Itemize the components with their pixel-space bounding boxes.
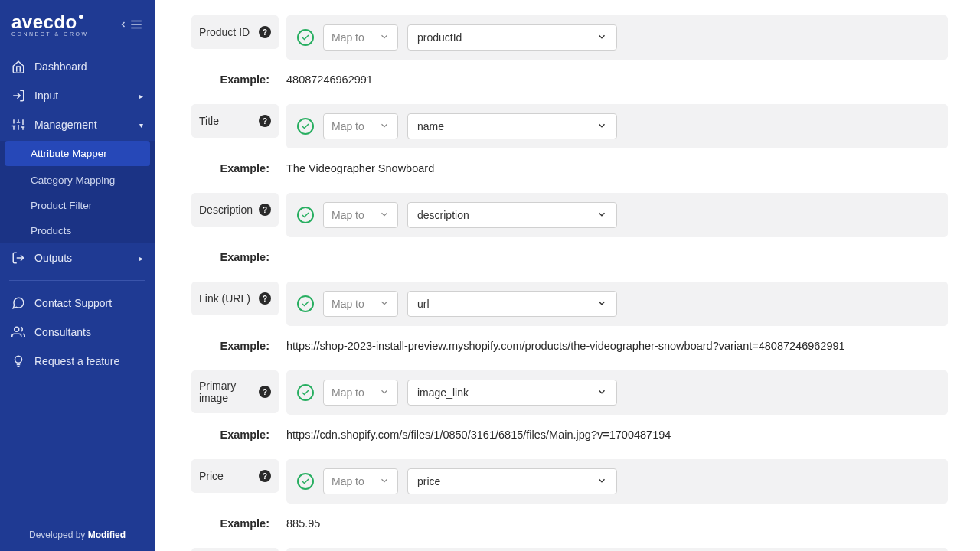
nav-label: Contact Support [34, 297, 112, 309]
nav-dashboard[interactable]: Dashboard [0, 52, 155, 81]
chevron-down-icon [596, 31, 607, 44]
help-icon[interactable]: ? [259, 386, 271, 398]
svg-point-0 [15, 356, 22, 363]
output-icon [11, 251, 25, 265]
map-to-select[interactable]: Map to [323, 468, 398, 494]
nav-input[interactable]: Input ▸ [0, 81, 155, 110]
field-label-box: Price ? [191, 459, 279, 493]
nav-management[interactable]: Management ▾ [0, 110, 155, 139]
attribute-select[interactable]: description [407, 202, 617, 228]
status-ok-icon [297, 384, 314, 401]
field-controls: Map to price [286, 459, 948, 504]
example-value: The Videographer Snowboard [286, 162, 948, 174]
logo-dot-icon [79, 15, 83, 19]
chevron-down-icon [379, 209, 390, 222]
chevron-down-icon [596, 209, 607, 222]
footer: Developed by Modified [0, 519, 155, 551]
attribute-select[interactable]: productId [407, 24, 617, 51]
nav-label: Request a feature [34, 355, 119, 367]
help-icon[interactable]: ? [259, 115, 271, 127]
map-to-select[interactable]: Map to [323, 380, 398, 406]
field-controls: Map to productId [286, 15, 948, 60]
example-value: https://cdn.shopify.com/s/files/1/0850/3… [286, 429, 948, 441]
field-row-gtin: GTIN ? Map to Select an attribute [191, 548, 948, 551]
field-label-box: Primary image ? [191, 370, 279, 413]
field-row-product-id: Product ID ? Map to productId [191, 15, 948, 60]
example-row: Example: https://shop-2023-install-previ… [191, 331, 948, 370]
sidebar: avecdo CONNECT & GROW Dashboard Input ▸ … [0, 0, 155, 551]
chevron-down-icon [379, 386, 390, 399]
nav-consultants[interactable]: Consultants [0, 318, 155, 347]
chevron-right-icon: ▸ [139, 254, 143, 262]
status-ok-icon [297, 118, 314, 135]
field-label: Primary image [199, 380, 254, 404]
attribute-select[interactable]: name [407, 113, 617, 139]
map-to-select[interactable]: Map to [323, 113, 398, 139]
example-label: Example: [191, 340, 286, 352]
field-row-primary-image: Primary image ? Map to image_link [191, 370, 948, 415]
help-icon[interactable]: ? [259, 470, 271, 482]
chevron-down-icon [596, 475, 607, 488]
field-row-title: Title ? Map to name [191, 104, 948, 148]
lightbulb-icon [11, 354, 25, 368]
status-ok-icon [297, 207, 314, 223]
field-controls: Map to description [286, 193, 948, 237]
example-label: Example: [191, 251, 286, 263]
chat-icon [11, 296, 25, 310]
nav-outputs[interactable]: Outputs ▸ [0, 243, 155, 272]
chevron-down-icon [379, 120, 390, 133]
nav-products[interactable]: Products [0, 218, 155, 243]
example-label: Example: [191, 517, 286, 530]
field-label: Description [199, 204, 254, 216]
nav: Dashboard Input ▸ Management ▾ Attribute… [0, 44, 155, 519]
nav-label: Consultants [34, 326, 91, 338]
nav-contact-support[interactable]: Contact Support [0, 289, 155, 318]
nav-label: Input [34, 90, 58, 102]
example-label: Example: [191, 162, 286, 174]
nav-management-submenu: Attribute Mapper Category Mapping Produc… [0, 141, 155, 243]
input-icon [11, 89, 25, 103]
main-content: Product ID ? Map to productId Example: 4… [155, 0, 980, 551]
help-icon[interactable]: ? [259, 204, 271, 216]
sliders-icon [11, 118, 25, 132]
divider [9, 280, 145, 281]
chevron-down-icon [596, 298, 607, 311]
status-ok-icon [297, 29, 314, 46]
nav-attribute-mapper[interactable]: Attribute Mapper [5, 141, 150, 166]
map-to-select[interactable]: Map to [323, 24, 398, 51]
attribute-select[interactable]: image_link [407, 380, 617, 406]
help-icon[interactable]: ? [259, 292, 271, 305]
users-icon [11, 325, 25, 339]
attribute-select[interactable]: price [407, 468, 617, 494]
logo: avecdo CONNECT & GROW [11, 11, 89, 37]
chevron-down-icon [379, 475, 390, 488]
field-controls: Map to name [286, 104, 948, 148]
example-value: 48087246962991 [286, 73, 948, 86]
brand-tagline: CONNECT & GROW [11, 31, 89, 37]
field-label: Title [199, 115, 254, 127]
nav-request-feature[interactable]: Request a feature [0, 347, 155, 376]
example-value [286, 251, 948, 263]
field-label: Price [199, 470, 254, 482]
sidebar-collapse-button[interactable] [119, 18, 143, 31]
chevron-down-icon [379, 31, 390, 44]
chevron-down-icon [596, 386, 607, 399]
chevron-down-icon [379, 298, 390, 311]
field-label: Product ID [199, 26, 254, 38]
status-ok-icon [297, 473, 314, 490]
field-row-link: Link (URL) ? Map to url [191, 282, 948, 326]
example-row: Example: The Videographer Snowboard [191, 153, 948, 193]
map-to-select[interactable]: Map to [323, 202, 398, 228]
example-label: Example: [191, 73, 286, 86]
field-label-box: Description ? [191, 193, 279, 227]
field-label-box: Link (URL) ? [191, 282, 279, 315]
help-icon[interactable]: ? [259, 26, 271, 38]
field-label-box: Title ? [191, 104, 279, 138]
field-row-price: Price ? Map to price [191, 459, 948, 504]
nav-product-filter[interactable]: Product Filter [0, 193, 155, 218]
map-to-select[interactable]: Map to [323, 291, 398, 317]
attribute-select[interactable]: url [407, 291, 617, 317]
nav-category-mapping[interactable]: Category Mapping [0, 168, 155, 193]
chevron-down-icon [596, 120, 607, 133]
chevron-right-icon: ▸ [139, 92, 143, 100]
